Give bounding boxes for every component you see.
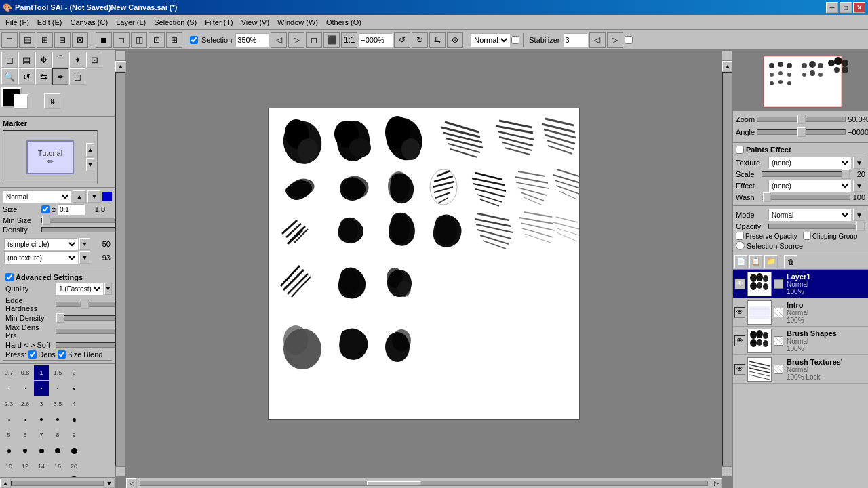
tb-btn-3[interactable]: ⊞ (37, 32, 53, 48)
menu-layer[interactable]: Layer (L) (112, 17, 150, 28)
size-value-input[interactable] (58, 204, 85, 215)
brush-textures-vis-btn[interactable]: 👁 (734, 364, 745, 375)
menu-edit[interactable]: Edit (E) (33, 17, 66, 28)
paints-checkbox[interactable] (736, 146, 744, 154)
mode-select-r[interactable]: Normal (768, 209, 851, 221)
menu-selection[interactable]: Selection (S) (150, 17, 201, 28)
menu-canvas[interactable]: Canvas (C) (66, 17, 113, 28)
opacity-slider[interactable] (768, 224, 865, 229)
brush-mode-select[interactable]: Normal (3, 190, 71, 203)
tool-select[interactable]: ◻ (1, 52, 18, 68)
size-9[interactable]: 9 (66, 428, 81, 443)
size-7[interactable]: 7 (34, 428, 49, 443)
dot-23[interactable] (1, 412, 16, 427)
texture-edit[interactable]: ▼ (853, 157, 865, 169)
tb-btn-7[interactable]: ◻ (113, 32, 130, 48)
zoom-fit-btn[interactable]: ◻ (306, 32, 322, 48)
quality-btn[interactable]: ▼ (104, 283, 112, 295)
lp-scroll-up[interactable]: ▲ (0, 479, 11, 488)
shape-select[interactable]: (simple circle) (4, 238, 78, 250)
angle-input[interactable] (359, 33, 393, 47)
dot-5[interactable] (1, 443, 16, 458)
dot-3p[interactable] (34, 412, 49, 427)
canvas-container[interactable] (126, 61, 722, 466)
tb-btn-5[interactable]: ⊠ (72, 32, 88, 48)
size-23[interactable]: 2.3 (1, 396, 16, 411)
dot-15[interactable] (50, 381, 65, 396)
size-preset-15[interactable]: 1.5 (50, 365, 65, 380)
size-preset-07[interactable]: 0.7 (1, 365, 16, 380)
press-size-label[interactable]: Size (58, 350, 81, 359)
effect-select[interactable]: (none) (768, 180, 851, 192)
vscroll-right-up[interactable]: ▲ (722, 61, 732, 72)
dot-35[interactable] (50, 412, 65, 427)
zoom-fill-btn[interactable]: ⬛ (323, 32, 340, 48)
tb-btn-10[interactable]: ⊞ (166, 32, 182, 48)
intro-vis-btn[interactable]: 👁 (734, 307, 745, 318)
dot-08[interactable] (18, 381, 33, 396)
reset-btn[interactable]: ⊙ (447, 32, 463, 48)
size-26[interactable]: 2.6 (18, 396, 33, 411)
tool-select2[interactable]: ▤ (18, 52, 35, 68)
tool-magic[interactable]: ✦ (69, 52, 85, 68)
selection-checkbox[interactable] (190, 36, 198, 44)
size-16[interactable]: 16 (50, 459, 65, 474)
clipping-group-checkbox[interactable] (803, 232, 811, 240)
delete-layer-btn[interactable]: 🗑 (784, 255, 797, 268)
tutorial-box[interactable]: Tutorial ✏ (26, 140, 74, 174)
clipping-group-label[interactable]: Clipping Group (803, 232, 858, 240)
background-color[interactable] (14, 94, 28, 109)
zoom-in-btn[interactable]: ▷ (288, 32, 304, 48)
wash-slider[interactable] (762, 195, 850, 200)
size-4[interactable]: 4 (66, 396, 81, 411)
effect-edit[interactable]: ▼ (853, 180, 865, 192)
adv-header[interactable]: Advanced Settings (5, 273, 109, 281)
layer-item-brush-shapes[interactable]: 👁 (733, 327, 868, 355)
size-12[interactable]: 12 (18, 459, 33, 474)
tool-crop[interactable]: ⊡ (86, 52, 102, 68)
angle-slider[interactable] (757, 129, 846, 135)
press-size-checkbox[interactable] (58, 350, 66, 359)
close-button[interactable]: ✕ (853, 2, 865, 13)
texture-select-r[interactable]: (none) (768, 157, 851, 169)
tool-lasso[interactable]: ⌒ (52, 52, 68, 68)
flip-h-btn[interactable]: ⇆ (429, 32, 446, 48)
minimize-button[interactable]: ─ (826, 2, 838, 13)
size-10[interactable]: 10 (1, 459, 16, 474)
size-preset-1[interactable]: 1 (34, 365, 49, 380)
hscroll-right[interactable]: ▷ (711, 478, 722, 489)
tool-move[interactable]: ✥ (35, 52, 52, 68)
quality-select[interactable]: 1 (Fastest) (56, 283, 103, 295)
size-preset-2[interactable]: 2 (66, 365, 81, 380)
size-35[interactable]: 3.5 (50, 396, 65, 411)
rotate-ccw-btn[interactable]: ↺ (394, 32, 410, 48)
texture-select[interactable]: (no texture) (4, 251, 78, 264)
tool-flip[interactable]: ⇆ (35, 68, 52, 85)
marker-scroll-up[interactable]: ▲ (86, 143, 94, 157)
layer-group-btn[interactable]: 📁 (764, 255, 778, 268)
tb-btn-9[interactable]: ⊡ (149, 32, 165, 48)
lp-scroll-down[interactable]: ▼ (104, 479, 115, 488)
tool-pen[interactable]: ✒ (52, 68, 68, 85)
tool-eraser[interactable]: ◻ (69, 68, 85, 85)
tb-btn-4[interactable]: ⊟ (54, 32, 71, 48)
size-preset-08[interactable]: 0.8 (18, 365, 33, 380)
size-14[interactable]: 14 (34, 459, 49, 474)
size-5[interactable]: 5 (1, 428, 16, 443)
vscroll-up[interactable]: ▲ (115, 61, 126, 72)
tb-btn-1[interactable]: ◻ (1, 32, 18, 48)
hscroll-left[interactable]: ◁ (126, 478, 137, 489)
menu-window[interactable]: Window (W) (273, 17, 322, 28)
mode-checkbox[interactable] (511, 36, 519, 44)
size-8[interactable]: 8 (50, 428, 65, 443)
menu-file[interactable]: File (F) (1, 17, 33, 28)
zoom-slider[interactable] (757, 117, 846, 122)
selection-source-radio[interactable] (736, 241, 745, 250)
menu-filter[interactable]: Filter (T) (201, 17, 237, 28)
drawing-canvas[interactable] (268, 108, 580, 420)
zoom-out-btn[interactable]: ◁ (271, 32, 287, 48)
rotate-cw-btn[interactable]: ↻ (412, 32, 428, 48)
stabilizer-checkbox[interactable] (625, 36, 633, 44)
size-checkbox[interactable] (41, 205, 50, 214)
new-layer-folder-btn[interactable]: 📋 (749, 255, 763, 268)
